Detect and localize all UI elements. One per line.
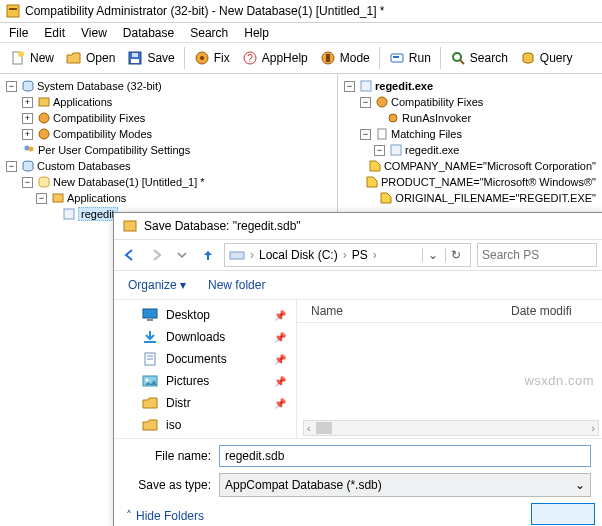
folder-icon	[142, 396, 158, 410]
place-pictures[interactable]: Pictures📌	[114, 370, 296, 392]
place-label: Pictures	[166, 374, 209, 388]
dialog-title-bar: Save Database: "regedit.sdb"	[114, 213, 602, 239]
refresh-button[interactable]: ↻	[445, 248, 466, 262]
database-icon	[21, 79, 35, 93]
tree-match-exe[interactable]: −regedit.exe	[344, 142, 596, 158]
new-button[interactable]: New	[4, 47, 60, 69]
menu-bar: File Edit View Database Search Help	[0, 23, 602, 42]
tree-system-db[interactable]: −System Database (32-bit)	[6, 78, 331, 94]
tree-compat-modes[interactable]: +Compatibility Modes	[6, 126, 331, 142]
tree-matching[interactable]: −Matching Files	[344, 126, 596, 142]
file-name-input[interactable]	[219, 445, 591, 467]
pin-icon[interactable]: 📌	[274, 332, 286, 343]
scroll-right-icon[interactable]: ›	[588, 422, 598, 434]
svg-rect-0	[7, 5, 19, 17]
col-name[interactable]: Name	[297, 304, 511, 318]
svg-point-3	[18, 51, 24, 57]
menu-help[interactable]: Help	[237, 24, 276, 42]
svg-rect-37	[144, 341, 156, 343]
dialog-default-button[interactable]	[531, 503, 595, 525]
pin-icon[interactable]: 📌	[274, 398, 286, 409]
tree-exe[interactable]: −regedit.exe	[344, 78, 596, 94]
svg-text:?: ?	[247, 53, 253, 64]
tree-apps[interactable]: +Applications	[6, 94, 331, 110]
svg-line-16	[460, 60, 464, 64]
pin-icon[interactable]: 📌	[274, 376, 286, 387]
svg-point-20	[39, 113, 49, 123]
toolbar: New Open Save Fix ?AppHelp Mode Run Sear…	[0, 42, 602, 74]
tree-label: Compatibility Fixes	[53, 112, 145, 124]
horizontal-scrollbar[interactable]: ‹›	[303, 420, 599, 436]
tree-attr2[interactable]: PRODUCT_NAME="Microsoft® Windows®"	[344, 174, 596, 190]
forward-button[interactable]	[146, 245, 166, 265]
menu-file[interactable]: File	[2, 24, 35, 42]
file-list: Name Date modifi ‹›	[297, 300, 602, 438]
recent-button[interactable]	[172, 245, 192, 265]
tree-r-fixes[interactable]: −Compatibility Fixes	[344, 94, 596, 110]
tree-custom-db[interactable]: −Custom Databases	[6, 158, 331, 174]
query-button[interactable]: Query	[514, 47, 579, 69]
run-label: Run	[409, 51, 431, 65]
scroll-thumb[interactable]	[316, 422, 332, 434]
query-icon	[520, 50, 536, 66]
svg-point-23	[29, 147, 34, 152]
fix-button[interactable]: Fix	[188, 47, 236, 69]
tree-runas[interactable]: RunAsInvoker	[344, 110, 596, 126]
menu-view[interactable]: View	[74, 24, 114, 42]
search-button[interactable]: Search	[444, 47, 514, 69]
crumb-disk[interactable]: Local Disk (C:)	[259, 248, 338, 262]
svg-rect-14	[393, 56, 399, 58]
tree-compat-fixes[interactable]: +Compatibility Fixes	[6, 110, 331, 126]
crumb-dropdown[interactable]: ⌄	[422, 248, 443, 262]
dialog-nav: › Local Disk (C:) › PS › ⌄ ↻ Search PS	[114, 239, 602, 271]
search-placeholder: Search PS	[482, 248, 539, 262]
place-desktop[interactable]: Desktop📌	[114, 304, 296, 326]
tag-icon	[368, 159, 382, 173]
tree-attr3[interactable]: ORIGINAL_FILENAME="REGEDIT.EXE"	[344, 190, 596, 206]
tree-label: Applications	[67, 192, 126, 204]
hide-folders-label: Hide Folders	[136, 509, 204, 523]
save-type-select[interactable]: AppCompat Database (*.sdb)⌄	[219, 473, 591, 497]
file-area[interactable]: ‹›	[297, 323, 602, 438]
tree-label: ORIGINAL_FILENAME="REGEDIT.EXE"	[395, 192, 596, 204]
place-documents[interactable]: Documents📌	[114, 348, 296, 370]
crumb-folder[interactable]: PS	[352, 248, 368, 262]
back-button[interactable]	[120, 245, 140, 265]
scroll-left-icon[interactable]: ‹	[304, 422, 314, 434]
dialog-title: Save Database: "regedit.sdb"	[144, 219, 301, 233]
menu-search[interactable]: Search	[183, 24, 235, 42]
search-input[interactable]: Search PS	[477, 243, 597, 267]
save-button[interactable]: Save	[121, 47, 180, 69]
menu-database[interactable]: Database	[116, 24, 181, 42]
place-label: Documents	[166, 352, 227, 366]
new-icon	[10, 50, 26, 66]
hide-folders-button[interactable]: ˄Hide Folders	[126, 509, 204, 523]
mode-button[interactable]: Mode	[314, 47, 376, 69]
place-distr[interactable]: Distr📌	[114, 392, 296, 414]
tag-icon	[365, 175, 379, 189]
gear-icon	[37, 111, 51, 125]
up-button[interactable]	[198, 245, 218, 265]
pin-icon[interactable]: 📌	[274, 310, 286, 321]
run-button[interactable]: Run	[383, 47, 437, 69]
organize-button[interactable]: Organize ▾	[128, 278, 186, 292]
tree-new-db-apps[interactable]: −Applications	[6, 190, 331, 206]
desktop-icon	[142, 308, 158, 322]
tree-per-user[interactable]: Per User Compatibility Settings	[6, 142, 331, 158]
menu-edit[interactable]: Edit	[37, 24, 72, 42]
col-date[interactable]: Date modifi	[511, 304, 602, 318]
breadcrumb[interactable]: › Local Disk (C:) › PS › ⌄ ↻	[224, 243, 471, 267]
place-iso[interactable]: iso	[114, 414, 296, 436]
svg-rect-36	[147, 319, 153, 321]
apphelp-button[interactable]: ?AppHelp	[236, 47, 314, 69]
open-button[interactable]: Open	[60, 47, 121, 69]
svg-point-29	[377, 97, 387, 107]
tree-attr1[interactable]: COMPANY_NAME="Microsoft Corporation"	[344, 158, 596, 174]
tree-new-db[interactable]: −New Database(1) [Untitled_1] *	[6, 174, 331, 190]
pin-icon[interactable]: 📌	[274, 354, 286, 365]
place-downloads[interactable]: Downloads📌	[114, 326, 296, 348]
apphelp-icon: ?	[242, 50, 258, 66]
file-name-label: File name:	[126, 449, 211, 463]
new-folder-button[interactable]: New folder	[208, 278, 265, 292]
left-tree-pane: −System Database (32-bit) +Applications …	[0, 74, 338, 234]
